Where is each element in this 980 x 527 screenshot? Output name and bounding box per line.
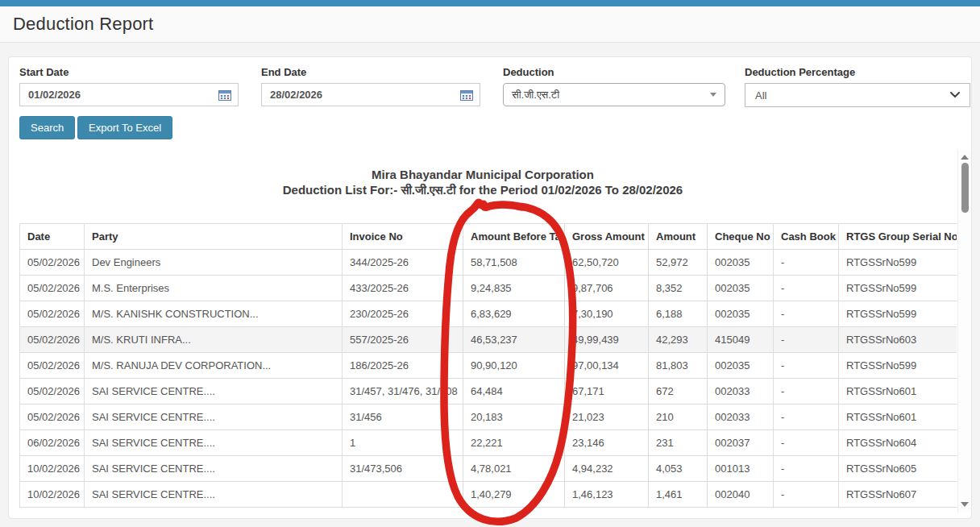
end-date-label: End Date xyxy=(261,66,306,78)
table-cell: 10/02/2026 xyxy=(20,482,85,508)
table-cell: 001013 xyxy=(708,456,774,482)
table-cell: - xyxy=(774,276,839,301)
page-header: Deduction Report xyxy=(0,6,980,43)
column-header: Invoice No xyxy=(343,224,463,250)
table-cell: 05/02/2026 xyxy=(20,405,85,430)
table-cell: 002033 xyxy=(708,379,774,405)
table-cell: 05/02/2026 xyxy=(20,379,85,405)
table-row: 05/02/2026M.S. Enterprises433/2025-269,2… xyxy=(20,276,957,301)
table-row: 05/02/2026M/S. KANISHK CONSTRUCTION...23… xyxy=(20,301,957,327)
table-cell: 06/02/2026 xyxy=(20,430,85,456)
table-cell: SAI SERVICE CENTRE.... xyxy=(85,379,343,405)
vertical-scrollbar[interactable] xyxy=(957,150,971,513)
column-header: Date xyxy=(20,224,85,250)
deduction-select[interactable]: सी.जी.एस.टी xyxy=(503,83,725,106)
table-cell: 672 xyxy=(649,379,708,405)
table-cell: 31/473,506 xyxy=(343,456,463,482)
table-cell: 002033 xyxy=(708,405,774,430)
table-cell: - xyxy=(774,379,839,405)
deduction-percentage-select[interactable]: All xyxy=(745,83,970,107)
table-cell: 58,71,508 xyxy=(463,250,565,276)
table-cell: 90,90,120 xyxy=(463,353,565,379)
start-date-input[interactable]: 01/02/2026 xyxy=(19,83,239,106)
table-cell: 42,293 xyxy=(649,327,708,353)
table-cell: 6,188 xyxy=(649,301,708,327)
table-row: 05/02/2026SAI SERVICE CENTRE....31/45620… xyxy=(20,405,957,430)
end-date-input[interactable]: 28/02/2026 xyxy=(261,83,480,106)
table-cell: - xyxy=(774,353,839,379)
table-cell: 23,146 xyxy=(565,430,649,456)
scroll-down-arrow-icon[interactable] xyxy=(961,502,969,507)
table-cell: SAI SERVICE CENTRE.... xyxy=(85,430,343,456)
table-cell: RTGSSrNo605 xyxy=(839,456,957,482)
scrollbar-thumb[interactable] xyxy=(961,163,969,213)
table-cell: - xyxy=(774,482,839,508)
start-date-value: 01/02/2026 xyxy=(28,89,81,101)
table-cell: 49,99,439 xyxy=(565,327,649,353)
end-date-value: 28/02/2026 xyxy=(270,89,322,101)
deduction-label: Deduction xyxy=(503,66,554,78)
table-cell: 1,40,279 xyxy=(463,482,565,508)
table-row: 05/02/2026M/S. RANUJA DEV CORPORATION...… xyxy=(20,353,957,379)
table-row: 05/02/2026Dev Engineers344/2025-2658,71,… xyxy=(20,250,957,276)
table-cell: SAI SERVICE CENTRE.... xyxy=(85,456,343,482)
chevron-down-icon xyxy=(950,92,960,98)
table-cell: 002035 xyxy=(708,250,774,276)
search-button[interactable]: Search xyxy=(19,116,75,139)
table-cell: 1,461 xyxy=(649,482,708,508)
table-cell: 210 xyxy=(649,405,708,430)
start-date-label: Start Date xyxy=(19,66,69,78)
table-cell: - xyxy=(774,327,839,353)
export-to-excel-button[interactable]: Export To Excel xyxy=(77,116,172,139)
table-cell: 10/02/2026 xyxy=(20,456,85,482)
page-title: Deduction Report xyxy=(13,14,153,35)
top-accent-bar xyxy=(0,0,980,6)
calendar-icon[interactable] xyxy=(218,89,231,101)
table-cell: 4,78,021 xyxy=(463,456,565,482)
table-cell: 8,352 xyxy=(649,276,708,301)
table-cell: M.S. Enterprises xyxy=(85,276,343,301)
table-cell: 344/2025-26 xyxy=(343,250,463,276)
table-cell: 97,00,134 xyxy=(565,353,649,379)
table-row: 10/02/2026SAI SERVICE CENTRE....1,40,279… xyxy=(20,482,957,508)
table-cell: Dev Engineers xyxy=(85,250,343,276)
table-cell: 4,94,232 xyxy=(565,456,649,482)
table-cell: 6,83,629 xyxy=(463,301,565,327)
table-cell: SAI SERVICE CENTRE.... xyxy=(85,405,343,430)
scroll-up-arrow-icon[interactable] xyxy=(961,155,969,160)
table-row: 05/02/2026M/S. KRUTI INFRA...557/2025-26… xyxy=(20,327,957,353)
table-cell: 002035 xyxy=(708,301,774,327)
deduction-percentage-label: Deduction Percentage xyxy=(745,66,855,78)
table-cell: 05/02/2026 xyxy=(20,276,85,301)
table-cell: 415049 xyxy=(708,327,774,353)
table-cell: RTGSSrNo599 xyxy=(839,276,957,301)
table-header-row: DatePartyInvoice NoAmount Before TaxGros… xyxy=(20,224,957,250)
table-cell: 62,50,720 xyxy=(565,250,649,276)
table-row: 06/02/2026SAI SERVICE CENTRE....122,2212… xyxy=(20,430,957,456)
column-header: Party xyxy=(85,224,343,250)
table-cell: SAI SERVICE CENTRE.... xyxy=(85,482,343,508)
table-cell: 21,023 xyxy=(565,405,649,430)
table-cell: 31/457, 31/476, 31/508 xyxy=(343,379,463,405)
table-cell: 1,46,123 xyxy=(565,482,649,508)
deduction-percentage-selected-value: All xyxy=(755,89,766,102)
table-cell: RTGSSrNo603 xyxy=(839,327,957,353)
table-cell: 52,972 xyxy=(649,250,708,276)
table-cell: RTGSSrNo599 xyxy=(839,353,957,379)
table-cell: RTGSSrNo604 xyxy=(839,430,957,456)
column-header: Cheque No xyxy=(708,224,774,250)
table-cell: 05/02/2026 xyxy=(20,353,85,379)
table-cell: 46,53,237 xyxy=(463,327,565,353)
table-cell: 64,484 xyxy=(463,379,565,405)
table-cell: RTGSSrNo601 xyxy=(839,379,957,405)
table-cell: - xyxy=(774,430,839,456)
report-subtitle: Deduction List For:- सी.जी.एस.टी for the… xyxy=(9,183,957,197)
table-cell: 67,171 xyxy=(565,379,649,405)
table-cell: - xyxy=(774,456,839,482)
table-cell: - xyxy=(774,405,839,430)
table-cell xyxy=(343,482,463,508)
table-cell: 186/2025-26 xyxy=(343,353,463,379)
table-cell: 20,183 xyxy=(463,405,565,430)
table-cell: M/S. RANUJA DEV CORPORATION... xyxy=(85,353,343,379)
calendar-icon[interactable] xyxy=(460,89,473,101)
